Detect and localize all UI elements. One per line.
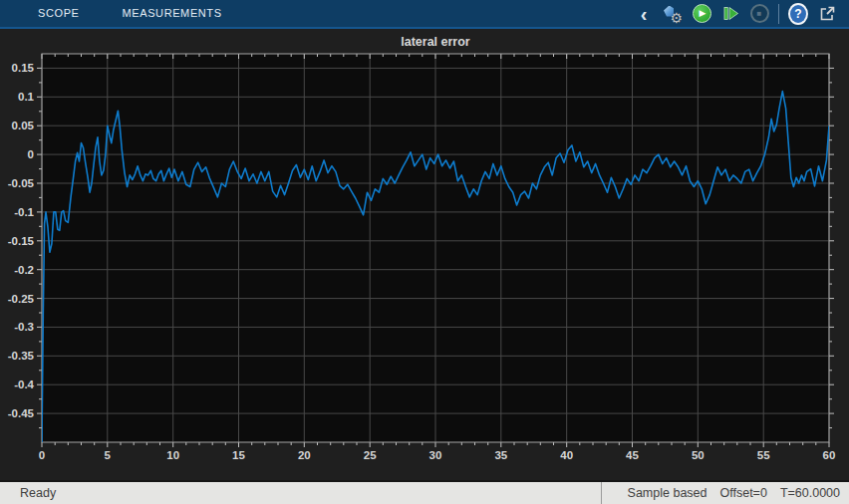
- chevron-left-icon: ‹: [638, 5, 650, 23]
- plot-title: lateral error: [42, 35, 829, 49]
- status-text: Ready: [0, 486, 56, 500]
- step-forward-icon: [721, 4, 740, 23]
- svg-text:-0.2: -0.2: [14, 264, 34, 276]
- pop-out-button[interactable]: [817, 3, 837, 25]
- svg-text:-0.05: -0.05: [8, 177, 35, 189]
- svg-text:0.1: 0.1: [18, 91, 35, 103]
- help-button[interactable]: ?: [788, 3, 808, 25]
- run-icon: ▶: [693, 4, 711, 23]
- settings-button[interactable]: ⚙: [663, 3, 683, 25]
- svg-text:-0.35: -0.35: [8, 350, 35, 362]
- svg-text:-0.1: -0.1: [14, 206, 34, 218]
- svg-text:55: 55: [757, 449, 770, 461]
- svg-text:25: 25: [364, 449, 377, 461]
- svg-text:-0.45: -0.45: [8, 407, 35, 419]
- svg-text:20: 20: [298, 449, 311, 461]
- help-icon: ?: [790, 5, 806, 23]
- gear-icon: ⚙: [663, 4, 683, 24]
- svg-text:10: 10: [166, 449, 179, 461]
- figure-area: lateral error 0510152025303540455055600.…: [0, 31, 849, 480]
- svg-text:-0.25: -0.25: [8, 293, 35, 305]
- offset-label: Offset=0: [720, 486, 767, 500]
- pop-out-icon: [818, 4, 837, 23]
- svg-text:15: 15: [232, 449, 245, 461]
- tab-scope[interactable]: SCOPE: [38, 0, 80, 27]
- svg-text:30: 30: [429, 449, 442, 461]
- svg-text:-0.15: -0.15: [8, 235, 35, 247]
- collapse-toolstrip-button[interactable]: ‹: [634, 3, 654, 25]
- status-bar: Ready Sample based Offset=0 T=60.0000: [0, 480, 849, 504]
- quick-access-toolbar: ‹ ⚙ ▶ ■: [634, 3, 849, 25]
- stop-icon: ■: [750, 4, 769, 23]
- sample-mode-label: Sample based: [628, 486, 708, 500]
- svg-text:0: 0: [39, 449, 45, 461]
- toolstrip-tabs: SCOPE MEASUREMENTS: [0, 0, 222, 27]
- tab-measurements[interactable]: MEASUREMENTS: [123, 0, 222, 27]
- svg-text:0.05: 0.05: [12, 120, 35, 131]
- svg-text:60: 60: [823, 449, 836, 461]
- time-label: T=60.0000: [780, 486, 840, 500]
- svg-text:40: 40: [560, 449, 573, 461]
- plot-area: 0510152025303540455055600.150.10.050-0.0…: [0, 31, 849, 480]
- svg-text:-0.4: -0.4: [14, 378, 34, 390]
- svg-text:0.15: 0.15: [12, 62, 35, 74]
- svg-text:0: 0: [28, 148, 34, 160]
- toolstrip: SCOPE MEASUREMENTS ‹ ⚙ ▶: [0, 0, 849, 29]
- step-forward-button[interactable]: [720, 3, 740, 25]
- svg-text:35: 35: [494, 449, 507, 461]
- svg-text:45: 45: [626, 449, 639, 461]
- svg-text:-0.3: -0.3: [14, 321, 34, 333]
- stop-button[interactable]: ■: [749, 3, 769, 25]
- svg-text:5: 5: [105, 449, 112, 461]
- status-info-section: Sample based Offset=0 T=60.0000: [601, 482, 849, 504]
- toolbar-separator: [778, 4, 779, 24]
- run-button[interactable]: ▶: [692, 3, 711, 25]
- svg-text:50: 50: [692, 449, 705, 461]
- scope-window: SCOPE MEASUREMENTS ‹ ⚙ ▶: [0, 0, 849, 504]
